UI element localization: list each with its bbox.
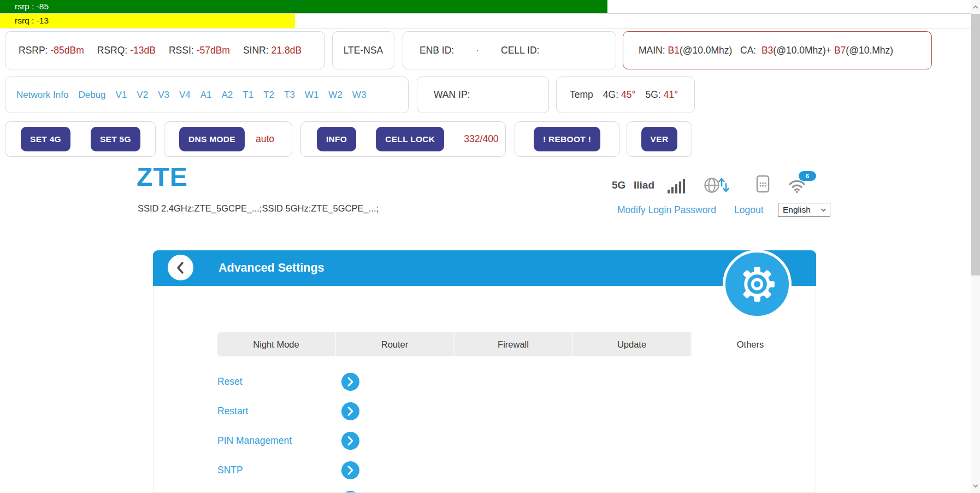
tab-others[interactable]: Others [692, 332, 809, 356]
ssid-info: SSID 2.4GHz:ZTE_5GCPE_...;SSID 5GHz:ZTE_… [138, 203, 379, 214]
traffic-arrows-icon [719, 179, 729, 191]
debug-link[interactable]: A2 [222, 90, 233, 101]
language-select[interactable]: English [778, 203, 830, 217]
chevron-right-icon[interactable] [341, 432, 359, 450]
reboot-card: ! REBOOT ! [515, 121, 619, 157]
band-ca-label: CA: [732, 45, 761, 56]
chevron-right-icon[interactable] [341, 491, 359, 493]
menu-item-pin-management[interactable]: PIN Management [217, 426, 359, 455]
menu-item-label: Reset [217, 376, 243, 388]
others-menu: Reset Restart PIN Management [217, 367, 359, 493]
signal-metrics-card: RSRP:-85dBm RSRQ:-13dB RSSI:-57dBm SINR:… [5, 31, 325, 69]
signal-metric-value: 21.8dB [271, 45, 302, 56]
wan-ip-label: WAN IP: [434, 89, 470, 101]
set-band-card: SET 4G SET 5G [5, 121, 156, 157]
debug-link[interactable]: V1 [116, 90, 127, 101]
tab-firewall[interactable]: Firewall [454, 332, 573, 356]
network-mode-value: LTE-NSA [344, 45, 383, 56]
debug-link[interactable]: W2 [328, 90, 343, 101]
debug-link[interactable]: A1 [200, 90, 212, 101]
advanced-settings-panel: Advanced Settings Night Mode [153, 250, 816, 493]
modify-login-password-link[interactable]: Modify Login Password [617, 204, 716, 216]
signal-metric-value: -85dBm [50, 45, 84, 56]
band-main-value: B1 [668, 45, 679, 56]
cell-lock-button[interactable]: CELL LOCK [376, 127, 444, 151]
band-main-label: MAIN: [639, 45, 668, 56]
set-5g-button[interactable]: SET 5G [91, 127, 140, 151]
tab-update[interactable]: Update [573, 332, 692, 356]
operator-name: Iliad [634, 179, 654, 191]
signal-metric-value: -13dB [130, 45, 156, 56]
cell-lock-value: 332/400 [464, 133, 498, 145]
enb-id-label: ENB ID: [420, 45, 454, 56]
zte-router-admin-page: rsrp : -85 rsrq : -13 RSRP:-85dBm RSRQ:-… [0, 0, 980, 493]
debug-link[interactable]: W3 [352, 90, 367, 101]
back-button[interactable] [168, 255, 193, 280]
rsrq-bar-row: rsrq : -13 [0, 14, 971, 28]
dns-mode-button[interactable]: DNS MODE [179, 127, 245, 151]
scroll-down-arrow[interactable] [971, 479, 980, 493]
menu-item-network-information[interactable]: Network Information [217, 485, 359, 493]
signal-metric-label: SINR: [243, 45, 269, 56]
rsrq-bar-label: rsrq : -13 [15, 16, 49, 26]
chevron-right-icon[interactable] [341, 461, 359, 479]
vertical-scrollbar[interactable] [971, 0, 980, 493]
menu-item-sntp[interactable]: SNTP [217, 455, 359, 485]
debug-link[interactable]: T2 [263, 90, 274, 101]
wan-ip-card: WAN IP: [417, 77, 549, 113]
menu-item-reset[interactable]: Reset [217, 367, 359, 396]
menu-item-label: SNTP [217, 465, 243, 476]
tab-night-mode[interactable]: Night Mode [217, 332, 336, 356]
wifi-clients-badge: 6 [799, 171, 816, 181]
sim-card-icon [756, 175, 770, 193]
temperature-card: Temp 4G:45° 5G:41° [556, 77, 695, 113]
enb-id-value: · [476, 45, 479, 56]
temp-5g-value: 41° [664, 89, 678, 101]
band-ca1-bandwidth: (@10.0Mhz)+ [773, 45, 834, 56]
signal-metric: RSRP:-85dBm [19, 45, 84, 56]
debug-link[interactable]: W1 [305, 90, 319, 101]
temp-4g-value: 45° [621, 89, 635, 101]
settings-gear-icon [723, 250, 792, 319]
signal-metric: SINR:21.8dB [243, 45, 302, 56]
rsrq-bar: rsrq : -13 [0, 14, 295, 28]
version-card: VER [627, 121, 692, 157]
debug-links-card: Network Info Debug V1 V2 V3 V4 A1 A2 T1 … [5, 77, 409, 113]
scrollbar-thumb[interactable] [971, 14, 980, 275]
logout-link[interactable]: Logout [734, 204, 764, 216]
info-button[interactable]: INFO [317, 127, 356, 151]
panel-header: Advanced Settings [153, 250, 816, 286]
temp-label: Temp [570, 89, 593, 101]
zte-logo: ZTE [137, 162, 188, 192]
ver-button[interactable]: VER [641, 127, 678, 151]
dns-mode-value: auto [256, 133, 274, 145]
debug-link[interactable]: Network Info [16, 90, 68, 101]
signal-metric-label: RSRQ: [97, 45, 127, 56]
temp-5g: 5G:41° [645, 89, 678, 101]
debug-link[interactable]: Debug [78, 90, 105, 101]
temp-5g-label: 5G: [645, 89, 660, 101]
debug-link[interactable]: T3 [284, 90, 295, 101]
network-type-indicator: 5G [612, 179, 625, 191]
chevron-left-icon [168, 255, 193, 280]
scroll-up-arrow[interactable] [971, 0, 980, 14]
band-info-card: MAIN: B1(@10.0Mhz) CA: B3(@10.0Mhz)+ B7(… [623, 31, 932, 69]
temp-4g: 4G:45° [603, 89, 636, 101]
temp-4g-label: 4G: [603, 89, 618, 101]
chevron-right-icon[interactable] [341, 402, 359, 420]
debug-link[interactable]: V4 [179, 90, 191, 101]
menu-item-restart[interactable]: Restart [217, 396, 359, 426]
band-ca1-value: B3 [761, 45, 773, 56]
cell-id-label: CELL ID: [501, 45, 539, 56]
debug-link[interactable]: V2 [137, 90, 148, 101]
rsrp-bar-row: rsrp : -85 [0, 0, 971, 14]
debug-link[interactable]: V3 [158, 90, 169, 101]
debug-link[interactable]: T1 [243, 90, 253, 101]
cell-id-card: ENB ID: · CELL ID: [403, 31, 616, 69]
set-4g-button[interactable]: SET 4G [21, 127, 70, 151]
signal-metric: RSSI:-57dBm [169, 45, 230, 56]
tab-router[interactable]: Router [336, 332, 454, 356]
signal-metric-value: -57dBm [197, 45, 230, 56]
chevron-right-icon[interactable] [341, 373, 359, 391]
reboot-button[interactable]: ! REBOOT ! [534, 127, 600, 151]
